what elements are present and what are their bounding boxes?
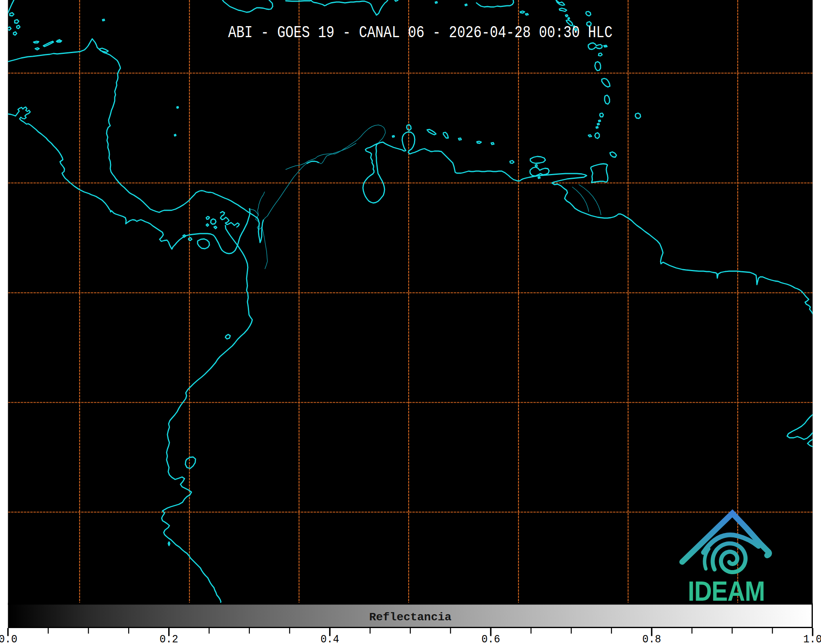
svg-text:0.4: 0.4 [320, 633, 339, 644]
svg-text:IDEAM: IDEAM [688, 575, 765, 607]
svg-text:0.2: 0.2 [160, 633, 178, 644]
svg-text:0.6: 0.6 [481, 633, 500, 644]
svg-text:0.0: 0.0 [0, 633, 17, 644]
svg-text:Reflectancia: Reflectancia [369, 611, 452, 624]
svg-text:ABI - GOES 19 - CANAL 06 - 202: ABI - GOES 19 - CANAL 06 - 2026-04-28 00… [228, 24, 613, 42]
svg-text:0.8: 0.8 [642, 633, 661, 644]
svg-text:1.0: 1.0 [803, 633, 821, 644]
